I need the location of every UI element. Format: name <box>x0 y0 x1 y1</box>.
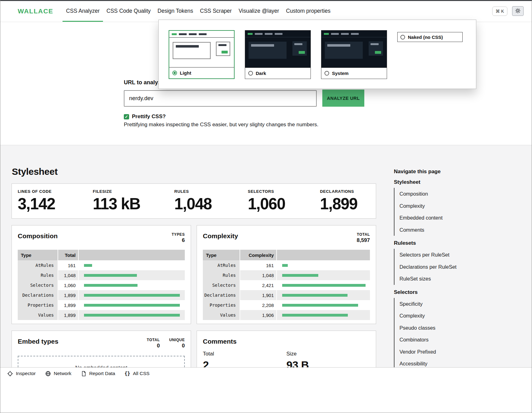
prettify-label: Prettify CSS? <box>132 114 166 120</box>
page-nav-item-comments[interactable]: Comments <box>399 224 525 236</box>
stat-label: RULES <box>174 189 248 194</box>
theme-option-light[interactable]: Light <box>169 30 235 79</box>
meta-label: TOTAL <box>357 232 370 237</box>
preview-text-bar <box>371 43 379 45</box>
value-bar <box>282 314 348 317</box>
page-nav-item-complexity[interactable]: Complexity <box>399 310 525 322</box>
tab-all-css[interactable]: {} All CSS <box>124 371 149 376</box>
prettify-checkbox[interactable]: ✓ <box>124 114 129 119</box>
theme-option-dark[interactable]: Dark <box>245 30 311 79</box>
page-nav: Navigate this page Stylesheet Compositio… <box>394 169 525 367</box>
row-type: Properties <box>203 300 240 310</box>
nav-item-design-tokens[interactable]: Design Tokens <box>154 0 196 22</box>
main-nav: CSS AnalyzerCSS Code QualityDesign Token… <box>63 0 334 22</box>
table-row: Selectors 2,421 <box>203 280 370 290</box>
row-bar-cell <box>277 260 370 270</box>
stat-label: FILESIZE <box>93 189 174 194</box>
naked-radio[interactable] <box>400 35 405 39</box>
embed-unique-meta: UNIQUE 0 <box>169 338 185 349</box>
dark-radio[interactable] <box>248 71 253 76</box>
url-input[interactable] <box>124 90 317 107</box>
tab-label: Inspector <box>16 371 36 376</box>
row-type: AtRules <box>18 260 58 270</box>
preview-navbar <box>245 30 310 37</box>
preview-text-bar <box>327 44 350 47</box>
page-nav-item-vendor-prefixed[interactable]: Vendor Prefixed <box>399 346 525 358</box>
nav-item-css-analyzer[interactable]: CSS Analyzer <box>63 0 103 22</box>
row-value: 1,048 <box>58 270 79 280</box>
embed-types-title: Embed types <box>18 338 58 345</box>
stat-value: 3,142 <box>18 195 93 213</box>
page-nav-item-accessibility[interactable]: Accessibility <box>399 358 525 367</box>
preview-body <box>169 38 234 67</box>
preview-side-box <box>216 42 230 56</box>
embed-total-meta: TOTAL 0 <box>147 338 160 349</box>
preview-button <box>299 51 305 54</box>
table-row: AtRules 161 <box>18 260 185 270</box>
theme-preview-dark <box>245 30 310 67</box>
preview-nav-bar <box>179 33 187 35</box>
analyze-url-button[interactable]: ANALYZE URL <box>322 90 364 107</box>
row-type: Declarations <box>18 290 58 300</box>
row-bar-cell <box>79 300 185 310</box>
page-nav-section-stylesheet: Stylesheet CompositionComplexityEmbedded… <box>394 179 525 236</box>
row-value: 1,048 <box>240 270 277 280</box>
value-bar <box>84 264 92 267</box>
value-bar <box>282 294 348 297</box>
page-nav-item-selectors-per-ruleset[interactable]: Selectors per RuleSet <box>399 249 525 261</box>
theme-label-row: Light <box>169 67 234 78</box>
preview-body <box>245 37 310 67</box>
nav-item-custom-properties[interactable]: Custom properties <box>282 0 334 22</box>
row-bar-cell <box>79 260 185 270</box>
command-k-shortcut-button[interactable]: ⌘ K <box>492 7 507 16</box>
tab-network[interactable]: Network <box>45 371 72 377</box>
tab-report-data[interactable]: Report Data <box>81 371 115 377</box>
meta-label: UNIQUE <box>169 338 185 342</box>
system-radio[interactable] <box>324 71 329 76</box>
preview-navbar <box>321 30 387 37</box>
nav-item-css-scraper[interactable]: CSS Scraper <box>197 0 235 22</box>
page-nav-item-combinators[interactable]: Combinators <box>399 334 525 346</box>
theme-toggle-button[interactable] <box>512 6 524 16</box>
preview-text-bar <box>218 44 226 46</box>
page-nav-items: SpecificityComplexityPseudo classesCombi… <box>394 298 525 368</box>
row-value: 2,208 <box>240 300 277 310</box>
page-nav-item-composition[interactable]: Composition <box>399 188 525 200</box>
page-nav-item-ruleset-sizes[interactable]: RuleSet sizes <box>399 273 525 285</box>
table-row: Values 1,899 <box>18 310 185 320</box>
row-value: 2,421 <box>240 280 277 290</box>
column-header-total: Total <box>58 250 79 260</box>
page-nav-item-declarations-per-ruleset[interactable]: Declarations per RuleSet <box>399 261 525 273</box>
stat-label: DECLARATIONS <box>320 189 376 194</box>
page-nav-heading: Selectors <box>394 289 525 295</box>
table-row: Properties 2,208 <box>203 300 370 310</box>
column-header-type: Type <box>18 250 58 260</box>
page-nav-item-pseudo-classes[interactable]: Pseudo classes <box>399 322 525 334</box>
page-nav-item-specificity[interactable]: Specificity <box>399 298 525 310</box>
page-nav-section-rulesets: Rulesets Selectors per RuleSetDeclaratio… <box>394 240 525 285</box>
meta-value: 0 <box>147 343 160 349</box>
page-nav-item-complexity[interactable]: Complexity <box>399 200 525 212</box>
stat-label: LINES OF CODE <box>18 189 93 194</box>
complexity-meta: TOTAL 8,597 <box>357 232 370 244</box>
table-row: Declarations 1,901 <box>203 290 370 300</box>
comments-size-value: 93 B <box>287 359 370 367</box>
network-icon <box>45 371 51 377</box>
nav-item-visualize-layer[interactable]: Visualize @layer <box>235 0 282 22</box>
tab-inspector[interactable]: Inspector <box>7 371 36 377</box>
theme-option-label: Light <box>180 70 191 76</box>
nav-item-css-code-quality[interactable]: CSS Code Quality <box>103 0 154 22</box>
stat-filesize: FILESIZE 113 kB <box>93 189 174 213</box>
light-radio[interactable] <box>172 71 177 75</box>
comments-total-value: 2 <box>203 359 287 367</box>
row-bar-cell <box>277 310 370 320</box>
page-nav-item-embedded-content[interactable]: Embedded content <box>399 212 525 224</box>
page-nav-heading: Stylesheet <box>394 179 525 185</box>
url-label: URL to analyze <box>124 79 164 86</box>
row-type: Rules <box>18 270 58 280</box>
theme-option-naked[interactable]: Naked (no CSS) <box>397 32 463 42</box>
row-type: Selectors <box>203 280 240 290</box>
bottom-panel: Inspector Network Report Data <box>0 367 532 413</box>
composition-title: Composition <box>18 232 58 240</box>
theme-option-system[interactable]: System <box>321 30 387 79</box>
